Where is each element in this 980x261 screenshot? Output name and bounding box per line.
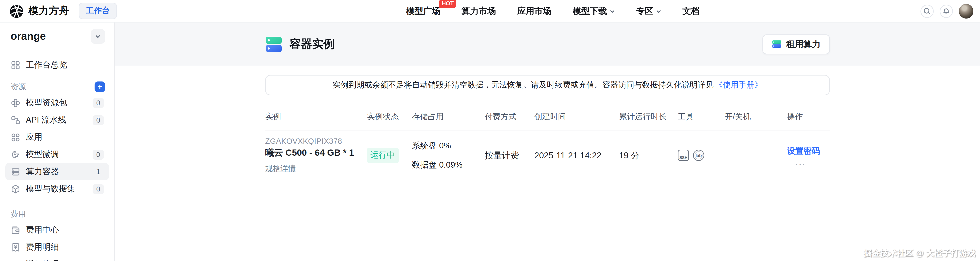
- status-cell: 运行中: [367, 148, 412, 163]
- header-actions: [921, 4, 974, 18]
- project-switcher[interactable]: orange: [0, 22, 115, 50]
- dashboard-icon: [11, 60, 21, 70]
- bell-icon: [942, 7, 950, 15]
- project-name: orange: [11, 30, 46, 42]
- brand-name: 模力方舟: [29, 5, 70, 17]
- chevron-down-icon: [656, 8, 661, 14]
- col-instance: 实例: [265, 111, 367, 123]
- chevron-down-icon: [610, 8, 615, 14]
- col-billing: 付费方式: [485, 111, 534, 123]
- globe-logo-icon: [9, 4, 24, 18]
- section-resources: 资源 +: [0, 80, 115, 94]
- created-time: 2025-11-21 14:22: [534, 151, 619, 160]
- nav-compute-market[interactable]: 算力市场: [461, 5, 496, 17]
- ssh-tool-icon[interactable]: SSH: [678, 150, 689, 161]
- count-badge: 0: [92, 184, 104, 194]
- nav-model-plaza[interactable]: 模型广场 HOT: [406, 5, 441, 17]
- sidebar-item-compute-container[interactable]: 算力容器 1: [5, 163, 109, 180]
- col-power: 开/关机: [725, 111, 787, 123]
- count-badge: 0: [92, 98, 104, 108]
- rent-compute-button[interactable]: 租用算力: [762, 34, 830, 54]
- receipt-icon: [11, 242, 21, 252]
- data-disk-usage: 数据盘 0.09%: [412, 159, 485, 171]
- col-actions: 操作: [787, 111, 830, 123]
- count-badge: 0: [92, 115, 104, 125]
- sidebar: orange 工作台总览 资源 + 模型资源包 0: [0, 22, 115, 261]
- spec-detail-link[interactable]: 规格详情: [265, 163, 296, 174]
- page-title-band: 容器实例 租用算力: [115, 22, 980, 66]
- user-avatar[interactable]: [959, 4, 974, 18]
- nav-app-market[interactable]: 应用市场: [517, 5, 552, 17]
- table-row: ZGAKOVXKQIPIX378 曦云 C500 - 64 GB * 1 规格详…: [265, 131, 830, 174]
- col-storage: 存储占用: [412, 111, 485, 123]
- toggle-knob: [715, 156, 724, 165]
- top-header: 模力方舟 工作台 模型广场 HOT 算力市场 应用市场 模型下载 专区 文档: [0, 0, 980, 22]
- instance-id: ZGAKOVXKQIPIX378: [265, 137, 367, 145]
- sidebar-item-model-finetune[interactable]: 模型微调 0: [0, 146, 115, 163]
- sidebar-item-overview[interactable]: 工作台总览: [0, 56, 115, 74]
- notice-bar: 实例到期或余额不足将自动销毁并清空数据，无法恢复。请及时续费或充值。容器访问与数…: [265, 75, 830, 95]
- sidebar-item-rebate[interactable]: 返佣管理: [0, 256, 115, 261]
- pinwheel-icon: [11, 98, 21, 108]
- more-actions-button[interactable]: ...: [787, 160, 830, 165]
- brand-logo[interactable]: 模力方舟: [9, 4, 70, 18]
- user-manual-link[interactable]: 《使用手册》: [715, 80, 762, 91]
- app-window: 模力方舟 工作台 模型广场 HOT 算力市场 应用市场 模型下载 专区 文档: [0, 0, 980, 261]
- wallet-icon: [11, 225, 21, 235]
- col-created: 创建时间: [534, 111, 619, 123]
- count-badge: 0: [92, 149, 104, 159]
- hot-badge: HOT: [439, 0, 456, 8]
- sidebar-item-model-resource-pack[interactable]: 模型资源包 0: [0, 94, 115, 111]
- col-tools: 工具: [678, 111, 725, 123]
- instance-cell: ZGAKOVXKQIPIX378 曦云 C500 - 64 GB * 1 规格详…: [265, 137, 367, 174]
- page-title: 容器实例: [290, 37, 335, 52]
- main-nav: 模型广场 HOT 算力市场 应用市场 模型下载 专区 文档: [406, 5, 700, 17]
- table-header: 实例 实例状态 存储占用 付费方式 创建时间 累计运行时长 工具 开/关机 操作: [265, 111, 830, 131]
- chevron-down-icon: [95, 33, 101, 40]
- sidebar-item-apps[interactable]: 应用: [0, 128, 115, 146]
- cube-icon: [11, 184, 21, 194]
- sidebar-item-models-datasets[interactable]: 模型与数据集 0: [0, 180, 115, 197]
- instance-name: 曦云 C500 - 64 GB * 1: [265, 147, 367, 159]
- server-icon: [11, 167, 21, 177]
- pipeline-icon: [11, 115, 21, 125]
- notice-text: 实例到期或余额不足将自动销毁并清空数据，无法恢复。请及时续费或充值。容器访问与数…: [332, 80, 714, 91]
- nav-zones[interactable]: 专区: [636, 5, 661, 17]
- sidebar-item-api-pipeline[interactable]: API 流水线 0: [0, 111, 115, 128]
- runtime-duration: 19 分: [619, 149, 678, 162]
- count-badge: 1: [92, 167, 104, 177]
- col-runtime: 累计运行时长: [619, 111, 678, 123]
- system-disk-usage: 系统盘 0%: [412, 140, 485, 152]
- actions-cell: 设置密码 ...: [787, 146, 830, 165]
- tune-icon: [11, 149, 21, 159]
- workspace-badge[interactable]: 工作台: [79, 3, 117, 19]
- sidebar-item-billing-center[interactable]: 费用中心: [0, 221, 115, 239]
- set-password-link[interactable]: 设置密码: [787, 146, 830, 157]
- nav-docs[interactable]: 文档: [682, 5, 700, 17]
- section-billing: 费用: [0, 207, 115, 221]
- storage-cell: 系统盘 0% 数据盘 0.09%: [412, 140, 485, 171]
- project-switch-button[interactable]: [91, 29, 105, 43]
- col-status: 实例状态: [367, 111, 412, 123]
- search-button[interactable]: [921, 5, 934, 18]
- nav-model-download[interactable]: 模型下载: [573, 5, 615, 17]
- sidebar-item-billing-detail[interactable]: 费用明细: [0, 239, 115, 256]
- search-icon: [923, 7, 931, 15]
- watermark: 掘金技术社区 @ 大橙子打游戏: [864, 248, 975, 259]
- jupyterlab-tool-icon[interactable]: lab: [693, 150, 704, 161]
- container-instance-icon: [265, 35, 282, 53]
- rent-compute-icon: [772, 39, 782, 49]
- billing-mode: 按量计费: [485, 149, 534, 162]
- main-area: 容器实例 租用算力 实例到期或余额不足将自动销毁并清空数据，无法恢复。请及时续费…: [115, 22, 980, 261]
- content-panel: 实例到期或余额不足将自动销毁并清空数据，无法恢复。请及时续费或充值。容器访问与数…: [115, 66, 980, 261]
- add-resource-button[interactable]: +: [95, 82, 105, 92]
- notifications-button[interactable]: [940, 5, 953, 18]
- status-badge: 运行中: [367, 148, 399, 163]
- apps-icon: [11, 132, 21, 142]
- rebate-icon: [11, 259, 21, 261]
